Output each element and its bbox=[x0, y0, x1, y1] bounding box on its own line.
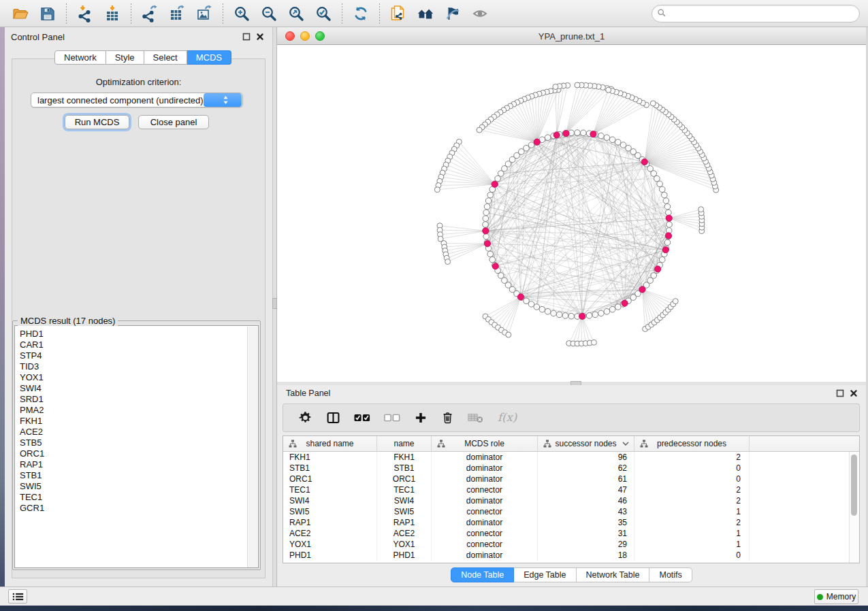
close-panel-button-2[interactable]: Close panel bbox=[138, 115, 209, 129]
cell-MCDS-role[interactable]: dominator bbox=[432, 495, 538, 506]
network-node[interactable] bbox=[528, 142, 534, 148]
mcds-result-item[interactable]: FKH1 bbox=[20, 416, 258, 427]
vertical-splitter-grip[interactable] bbox=[272, 298, 277, 309]
network-node[interactable] bbox=[483, 222, 489, 228]
cell-MCDS-role[interactable]: dominator bbox=[432, 550, 538, 561]
mcds-result-item[interactable]: ORC1 bbox=[20, 448, 258, 459]
tab-node-table[interactable]: Node Table bbox=[451, 567, 514, 582]
network-dominator-node[interactable] bbox=[590, 131, 596, 137]
cell-shared-name[interactable]: FKH1 bbox=[283, 452, 377, 463]
cell-successor-nodes[interactable]: 46 bbox=[538, 495, 634, 506]
mcds-result-list[interactable]: PHD1CAR1STP4TID3YOX1SWI4SRD1PMA2FKH1ACE2… bbox=[14, 325, 259, 568]
cell-name[interactable]: STB1 bbox=[377, 463, 432, 474]
close-panel-button[interactable] bbox=[255, 33, 264, 42]
network-satellite-node[interactable] bbox=[650, 101, 656, 106]
network-node[interactable] bbox=[545, 135, 551, 141]
cell-shared-name[interactable]: ACE2 bbox=[283, 528, 377, 539]
import-network-button[interactable] bbox=[75, 3, 95, 24]
open-file-button[interactable] bbox=[10, 3, 31, 24]
network-node[interactable] bbox=[657, 181, 663, 187]
cell-shared-name[interactable]: TEC1 bbox=[283, 484, 377, 495]
network-satellite-node[interactable] bbox=[606, 87, 611, 93]
refresh-button[interactable] bbox=[351, 3, 371, 24]
network-dominator-node[interactable] bbox=[517, 294, 524, 300]
cell-predecessor-nodes[interactable]: 2 bbox=[634, 452, 750, 463]
network-node[interactable] bbox=[489, 257, 496, 263]
network-node[interactable] bbox=[528, 301, 534, 308]
network-dominator-node[interactable] bbox=[666, 215, 672, 221]
memory-button[interactable]: Memory bbox=[814, 589, 858, 604]
cell-successor-nodes[interactable]: 61 bbox=[538, 474, 634, 484]
network-node[interactable] bbox=[654, 176, 660, 182]
task-history-button[interactable] bbox=[8, 589, 27, 604]
mcds-result-item[interactable]: YOX1 bbox=[20, 372, 258, 383]
export-table-button[interactable] bbox=[167, 3, 187, 24]
network-node[interactable] bbox=[651, 273, 657, 279]
network-node[interactable] bbox=[598, 310, 605, 316]
network-node[interactable] bbox=[662, 192, 668, 198]
cell-predecessor-nodes[interactable]: 1 bbox=[634, 539, 750, 550]
network-node[interactable] bbox=[483, 210, 489, 216]
network-node[interactable] bbox=[615, 304, 621, 310]
column-header-predecessor-nodes[interactable]: predecessor nodes bbox=[634, 436, 750, 451]
network-node[interactable] bbox=[586, 313, 592, 319]
tab-network-table[interactable]: Network Table bbox=[577, 567, 650, 582]
network-node[interactable] bbox=[485, 198, 492, 204]
network-node[interactable] bbox=[620, 142, 626, 148]
network-node[interactable] bbox=[562, 313, 568, 319]
cell-successor-nodes[interactable]: 35 bbox=[538, 517, 634, 528]
network-dominator-node[interactable] bbox=[622, 300, 628, 306]
cell-MCDS-role[interactable]: connector bbox=[432, 484, 538, 495]
table-row[interactable]: STB1STB1dominator620 bbox=[283, 463, 859, 474]
network-window-titlebar[interactable]: YPA_prune.txt_1 bbox=[277, 28, 866, 45]
cell-name[interactable]: RAP1 bbox=[377, 517, 432, 528]
network-node[interactable] bbox=[659, 186, 665, 193]
cell-shared-name[interactable]: RAP1 bbox=[283, 517, 377, 528]
network-satellite-node[interactable] bbox=[698, 207, 704, 212]
table-row[interactable]: SWI4SWI4dominator462 bbox=[283, 495, 859, 506]
cell-name[interactable]: TEC1 bbox=[377, 484, 432, 495]
cell-shared-name[interactable]: SWI4 bbox=[283, 495, 377, 506]
mcds-result-item[interactable]: GCR1 bbox=[20, 503, 258, 514]
table-row[interactable]: YOX1YOX1connector291 bbox=[283, 539, 859, 550]
cell-name[interactable]: PHD1 bbox=[377, 550, 432, 561]
table-row[interactable]: RAP1RAP1dominator352 bbox=[283, 517, 859, 528]
network-node[interactable] bbox=[487, 192, 494, 198]
cell-MCDS-role[interactable]: dominator bbox=[432, 452, 538, 463]
network-dominator-node[interactable] bbox=[484, 240, 490, 246]
table-row[interactable]: ACE2ACE2connector311 bbox=[283, 528, 859, 539]
column-header-shared-name[interactable]: shared name bbox=[283, 436, 377, 451]
mcds-result-item[interactable]: PHD1 bbox=[20, 329, 258, 340]
save-button[interactable] bbox=[37, 3, 58, 24]
network-satellite-node[interactable] bbox=[575, 82, 580, 88]
network-satellite-node[interactable] bbox=[553, 84, 558, 90]
cell-name[interactable]: SWI5 bbox=[377, 506, 432, 517]
network-node[interactable] bbox=[524, 298, 530, 304]
network-node[interactable] bbox=[483, 233, 489, 240]
mcds-result-item[interactable]: STP4 bbox=[20, 350, 258, 361]
tab-network[interactable]: Network bbox=[54, 50, 106, 65]
cell-successor-nodes[interactable]: 18 bbox=[538, 550, 634, 561]
network-node[interactable] bbox=[545, 309, 551, 315]
table-scrollbar-thumb[interactable] bbox=[851, 455, 857, 516]
network-node[interactable] bbox=[609, 137, 615, 143]
mcds-result-item[interactable]: TEC1 bbox=[20, 492, 258, 503]
cell-shared-name[interactable]: SWI5 bbox=[283, 506, 377, 517]
cell-name[interactable]: YOX1 bbox=[377, 539, 432, 550]
mcds-result-item[interactable]: PMA2 bbox=[20, 405, 258, 416]
cell-predecessor-nodes[interactable]: 2 bbox=[634, 484, 750, 495]
network-dominator-node[interactable] bbox=[534, 139, 540, 145]
cell-name[interactable]: ORC1 bbox=[377, 474, 432, 484]
cell-MCDS-role[interactable]: connector bbox=[432, 539, 538, 550]
search-input[interactable] bbox=[652, 5, 860, 22]
table-row[interactable]: FKH1FKH1dominator962 bbox=[283, 452, 859, 463]
table-row[interactable]: PHD1PHD1dominator180 bbox=[283, 550, 859, 561]
cell-shared-name[interactable]: ORC1 bbox=[283, 474, 377, 484]
cell-predecessor-nodes[interactable]: 2 bbox=[634, 495, 750, 506]
import-table-button[interactable] bbox=[102, 3, 123, 24]
result-list-scrollbar[interactable] bbox=[247, 327, 257, 568]
network-node[interactable] bbox=[484, 203, 490, 210]
network-node[interactable] bbox=[626, 145, 632, 151]
cell-predecessor-nodes[interactable]: 1 bbox=[634, 528, 750, 539]
cell-shared-name[interactable]: STB1 bbox=[283, 463, 377, 474]
